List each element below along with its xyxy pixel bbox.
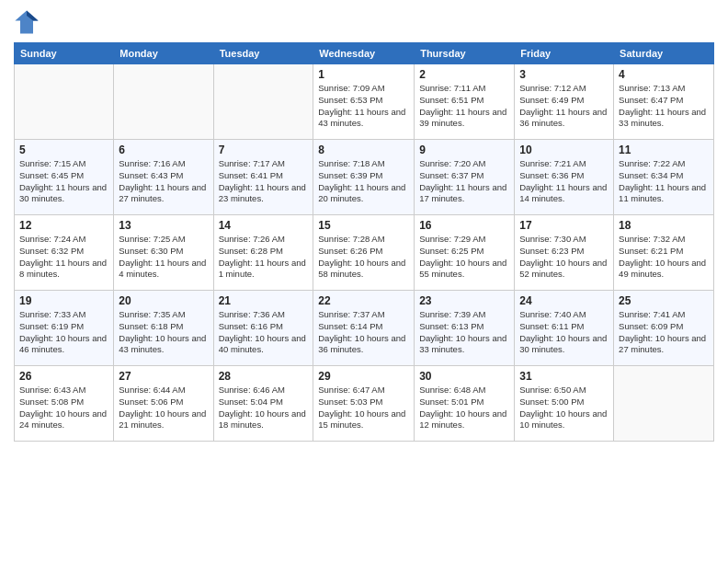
calendar-cell: 6Sunrise: 7:16 AM Sunset: 6:43 PM Daylig… bbox=[114, 140, 213, 215]
calendar-week-row: 19Sunrise: 7:33 AM Sunset: 6:19 PM Dayli… bbox=[15, 291, 714, 366]
calendar-cell: 29Sunrise: 6:47 AM Sunset: 5:03 PM Dayli… bbox=[313, 366, 415, 442]
day-info: Sunrise: 7:33 AM Sunset: 6:19 PM Dayligh… bbox=[19, 309, 108, 356]
calendar-cell bbox=[15, 64, 114, 140]
calendar-cell: 17Sunrise: 7:30 AM Sunset: 6:23 PM Dayli… bbox=[515, 215, 614, 291]
day-info: Sunrise: 6:43 AM Sunset: 5:08 PM Dayligh… bbox=[19, 385, 108, 431]
day-info: Sunrise: 7:39 AM Sunset: 6:13 PM Dayligh… bbox=[419, 309, 509, 356]
calendar-cell: 14Sunrise: 7:26 AM Sunset: 6:28 PM Dayli… bbox=[213, 215, 313, 291]
day-info: Sunrise: 7:41 AM Sunset: 6:09 PM Dayligh… bbox=[619, 309, 709, 356]
day-info: Sunrise: 7:32 AM Sunset: 6:21 PM Dayligh… bbox=[619, 234, 709, 281]
day-number: 18 bbox=[619, 219, 709, 232]
calendar-table: SundayMondayTuesdayWednesdayThursdayFrid… bbox=[14, 42, 714, 442]
weekday-header: Friday bbox=[515, 43, 614, 64]
calendar-cell: 12Sunrise: 7:24 AM Sunset: 6:32 PM Dayli… bbox=[15, 215, 114, 291]
weekday-header: Saturday bbox=[614, 43, 714, 64]
calendar-cell: 20Sunrise: 7:35 AM Sunset: 6:18 PM Dayli… bbox=[114, 291, 213, 366]
calendar-cell: 9Sunrise: 7:20 AM Sunset: 6:37 PM Daylig… bbox=[415, 140, 515, 215]
day-info: Sunrise: 7:29 AM Sunset: 6:25 PM Dayligh… bbox=[419, 234, 509, 281]
day-info: Sunrise: 7:40 AM Sunset: 6:11 PM Dayligh… bbox=[519, 309, 609, 356]
calendar-cell: 2Sunrise: 7:11 AM Sunset: 6:51 PM Daylig… bbox=[415, 64, 515, 140]
day-number: 27 bbox=[119, 370, 208, 383]
calendar-week-row: 26Sunrise: 6:43 AM Sunset: 5:08 PM Dayli… bbox=[15, 366, 714, 442]
day-info: Sunrise: 7:21 AM Sunset: 6:36 PM Dayligh… bbox=[519, 158, 609, 205]
day-info: Sunrise: 7:15 AM Sunset: 6:45 PM Dayligh… bbox=[19, 158, 108, 205]
day-info: Sunrise: 7:18 AM Sunset: 6:39 PM Dayligh… bbox=[318, 158, 409, 205]
calendar-cell: 31Sunrise: 6:50 AM Sunset: 5:00 PM Dayli… bbox=[515, 366, 614, 442]
day-info: Sunrise: 7:13 AM Sunset: 6:47 PM Dayligh… bbox=[619, 83, 709, 130]
calendar-week-row: 12Sunrise: 7:24 AM Sunset: 6:32 PM Dayli… bbox=[15, 215, 714, 291]
calendar-cell: 7Sunrise: 7:17 AM Sunset: 6:41 PM Daylig… bbox=[213, 140, 313, 215]
calendar-cell: 15Sunrise: 7:28 AM Sunset: 6:26 PM Dayli… bbox=[313, 215, 415, 291]
day-number: 8 bbox=[318, 144, 409, 156]
day-info: Sunrise: 7:16 AM Sunset: 6:43 PM Dayligh… bbox=[119, 158, 208, 205]
calendar-cell: 30Sunrise: 6:48 AM Sunset: 5:01 PM Dayli… bbox=[415, 366, 515, 442]
calendar-cell bbox=[114, 64, 213, 140]
calendar-cell: 22Sunrise: 7:37 AM Sunset: 6:14 PM Dayli… bbox=[313, 291, 415, 366]
day-info: Sunrise: 7:11 AM Sunset: 6:51 PM Dayligh… bbox=[419, 83, 509, 130]
calendar-cell bbox=[614, 366, 714, 442]
day-info: Sunrise: 6:44 AM Sunset: 5:06 PM Dayligh… bbox=[119, 385, 208, 431]
calendar-cell: 16Sunrise: 7:29 AM Sunset: 6:25 PM Dayli… bbox=[415, 215, 515, 291]
day-number: 9 bbox=[419, 144, 509, 156]
weekday-header: Monday bbox=[114, 43, 213, 64]
day-number: 21 bbox=[219, 294, 309, 307]
day-info: Sunrise: 7:30 AM Sunset: 6:23 PM Dayligh… bbox=[519, 234, 609, 281]
calendar-cell: 19Sunrise: 7:33 AM Sunset: 6:19 PM Dayli… bbox=[15, 291, 114, 366]
day-number: 23 bbox=[419, 294, 509, 307]
day-number: 16 bbox=[419, 219, 509, 232]
day-number: 17 bbox=[519, 219, 609, 232]
calendar-cell: 18Sunrise: 7:32 AM Sunset: 6:21 PM Dayli… bbox=[614, 215, 714, 291]
day-number: 28 bbox=[219, 370, 309, 383]
calendar-cell: 4Sunrise: 7:13 AM Sunset: 6:47 PM Daylig… bbox=[614, 64, 714, 140]
day-number: 14 bbox=[219, 219, 309, 232]
calendar-cell: 10Sunrise: 7:21 AM Sunset: 6:36 PM Dayli… bbox=[515, 140, 614, 215]
day-number: 19 bbox=[19, 294, 108, 307]
calendar-week-row: 1Sunrise: 7:09 AM Sunset: 6:53 PM Daylig… bbox=[15, 64, 714, 140]
day-number: 22 bbox=[318, 294, 409, 307]
day-number: 13 bbox=[119, 219, 208, 232]
day-info: Sunrise: 7:24 AM Sunset: 6:32 PM Dayligh… bbox=[19, 234, 108, 281]
day-number: 3 bbox=[519, 68, 609, 81]
day-info: Sunrise: 7:09 AM Sunset: 6:53 PM Dayligh… bbox=[318, 83, 409, 130]
day-info: Sunrise: 7:22 AM Sunset: 6:34 PM Dayligh… bbox=[619, 158, 709, 205]
day-number: 1 bbox=[318, 68, 409, 81]
calendar-cell: 21Sunrise: 7:36 AM Sunset: 6:16 PM Dayli… bbox=[213, 291, 313, 366]
calendar-cell: 1Sunrise: 7:09 AM Sunset: 6:53 PM Daylig… bbox=[313, 64, 415, 140]
weekday-header: Thursday bbox=[415, 43, 515, 64]
day-info: Sunrise: 7:25 AM Sunset: 6:30 PM Dayligh… bbox=[119, 234, 208, 281]
weekday-header: Sunday bbox=[15, 43, 114, 64]
day-number: 4 bbox=[619, 68, 709, 81]
day-info: Sunrise: 7:26 AM Sunset: 6:28 PM Dayligh… bbox=[219, 234, 309, 281]
calendar-cell: 8Sunrise: 7:18 AM Sunset: 6:39 PM Daylig… bbox=[313, 140, 415, 215]
day-number: 2 bbox=[419, 68, 509, 81]
calendar-cell: 24Sunrise: 7:40 AM Sunset: 6:11 PM Dayli… bbox=[515, 291, 614, 366]
day-info: Sunrise: 7:17 AM Sunset: 6:41 PM Dayligh… bbox=[219, 158, 309, 205]
calendar-cell: 13Sunrise: 7:25 AM Sunset: 6:30 PM Dayli… bbox=[114, 215, 213, 291]
day-number: 26 bbox=[19, 370, 108, 383]
day-number: 15 bbox=[318, 219, 409, 232]
day-info: Sunrise: 7:35 AM Sunset: 6:18 PM Dayligh… bbox=[119, 309, 208, 356]
day-number: 25 bbox=[619, 294, 709, 307]
day-number: 31 bbox=[519, 370, 609, 383]
weekday-header: Tuesday bbox=[213, 43, 313, 64]
calendar-week-row: 5Sunrise: 7:15 AM Sunset: 6:45 PM Daylig… bbox=[15, 140, 714, 215]
day-info: Sunrise: 7:36 AM Sunset: 6:16 PM Dayligh… bbox=[219, 309, 309, 356]
day-number: 20 bbox=[119, 294, 208, 307]
calendar-cell: 27Sunrise: 6:44 AM Sunset: 5:06 PM Dayli… bbox=[114, 366, 213, 442]
day-number: 11 bbox=[619, 144, 709, 156]
day-info: Sunrise: 7:37 AM Sunset: 6:14 PM Dayligh… bbox=[318, 309, 409, 356]
calendar-cell: 3Sunrise: 7:12 AM Sunset: 6:49 PM Daylig… bbox=[515, 64, 614, 140]
header bbox=[14, 9, 714, 35]
logo bbox=[14, 9, 43, 35]
day-info: Sunrise: 6:50 AM Sunset: 5:00 PM Dayligh… bbox=[519, 385, 609, 431]
calendar-cell: 11Sunrise: 7:22 AM Sunset: 6:34 PM Dayli… bbox=[614, 140, 714, 215]
calendar-cell: 28Sunrise: 6:46 AM Sunset: 5:04 PM Dayli… bbox=[213, 366, 313, 442]
calendar-cell: 26Sunrise: 6:43 AM Sunset: 5:08 PM Dayli… bbox=[15, 366, 114, 442]
weekday-header-row: SundayMondayTuesdayWednesdayThursdayFrid… bbox=[15, 43, 714, 64]
day-number: 30 bbox=[419, 370, 509, 383]
calendar-cell: 25Sunrise: 7:41 AM Sunset: 6:09 PM Dayli… bbox=[614, 291, 714, 366]
logo-icon bbox=[14, 9, 40, 35]
day-number: 24 bbox=[519, 294, 609, 307]
calendar-cell bbox=[213, 64, 313, 140]
day-info: Sunrise: 7:28 AM Sunset: 6:26 PM Dayligh… bbox=[318, 234, 409, 281]
